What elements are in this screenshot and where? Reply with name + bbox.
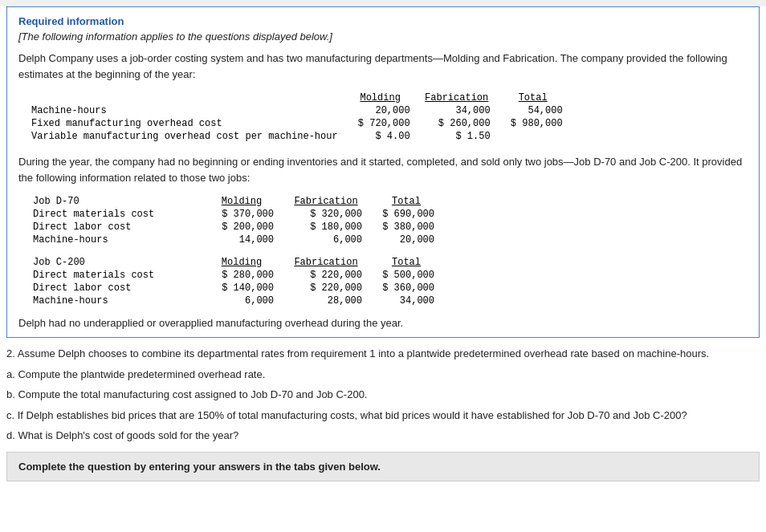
est-row3-molding: $ 4.00 xyxy=(344,130,417,143)
est-row1-total: 54,000 xyxy=(497,104,569,117)
bottom-section: 2. Assume Delph chooses to combine its d… xyxy=(6,346,760,481)
c200-row3-label: Machine-hours xyxy=(25,294,202,307)
est-row2-total: $ 980,000 xyxy=(497,117,569,130)
job-d70-molding-header: Molding xyxy=(202,195,282,208)
subtitle-text: [The following information applies to th… xyxy=(18,30,748,43)
c200-row3-total: 34,000 xyxy=(370,294,442,307)
d70-row3-molding: 14,000 xyxy=(202,234,282,246)
est-row1-label: Machine-hours xyxy=(25,104,344,117)
page-container: Required information [The following info… xyxy=(0,6,766,532)
part-b: b. Compute the total manufacturing cost … xyxy=(6,387,760,403)
required-info-box: Required information [The following info… xyxy=(6,6,760,338)
c200-row1-fab: $ 220,000 xyxy=(282,269,370,282)
est-row2-fab: $ 260,000 xyxy=(417,117,497,130)
q-text: Assume Delph chooses to combine its depa… xyxy=(18,347,709,359)
complete-box: Complete the question by entering your a… xyxy=(6,452,760,481)
job-c200-molding-header: Molding xyxy=(202,256,282,269)
d70-row1-label: Direct materials cost xyxy=(25,208,202,221)
est-row3-total xyxy=(497,130,569,143)
est-row3-fab: $ 1.50 xyxy=(417,130,497,143)
est-row1-fab: 34,000 xyxy=(417,104,497,117)
c200-row3-molding: 6,000 xyxy=(202,294,282,307)
job-d70-title: Job D-70 xyxy=(25,195,202,208)
q-number: 2. xyxy=(6,347,18,359)
est-row2-molding: $ 720,000 xyxy=(344,117,417,130)
job-c200-fab-header: Fabrication xyxy=(282,256,370,269)
job-d70-table-wrapper: Job D-70 Molding Fabrication Total Direc… xyxy=(18,195,748,246)
d70-row2-molding: $ 200,000 xyxy=(202,221,282,234)
estimates-table: Molding Fabrication Total Machine-hours … xyxy=(25,91,748,143)
fabrication-header: Fabrication xyxy=(417,91,497,104)
d70-row3-fab: 6,000 xyxy=(282,234,370,246)
total-header: Total xyxy=(497,91,569,104)
c200-row2-label: Direct labor cost xyxy=(25,282,202,294)
d70-row3-total: 20,000 xyxy=(370,234,442,246)
intro-text: Delph Company uses a job-order costing s… xyxy=(18,51,748,82)
c200-row1-label: Direct materials cost xyxy=(25,269,202,282)
required-info-title: Required information xyxy=(18,15,748,27)
job-d70-total-header: Total xyxy=(370,195,442,208)
d70-row1-fab: $ 320,000 xyxy=(282,208,370,221)
d70-row1-total: $ 690,000 xyxy=(370,208,442,221)
c200-row1-total: $ 500,000 xyxy=(370,269,442,282)
c200-row2-molding: $ 140,000 xyxy=(202,282,282,294)
c200-row2-total: $ 360,000 xyxy=(370,282,442,294)
job-d70-fab-header: Fabrication xyxy=(282,195,370,208)
c200-row3-fab: 28,000 xyxy=(282,294,370,307)
no-overhead-text: Delph had no underapplied or overapplied… xyxy=(18,317,748,329)
est-row1-molding: 20,000 xyxy=(344,104,417,117)
molding-header: Molding xyxy=(344,91,417,104)
c200-row2-fab: $ 220,000 xyxy=(282,282,370,294)
job-c200-title: Job C-200 xyxy=(25,256,202,269)
est-row2-label: Fixed manufacturing overhead cost xyxy=(25,117,344,130)
job-c200-total-header: Total xyxy=(370,256,442,269)
d70-row2-total: $ 380,000 xyxy=(370,221,442,234)
complete-box-text: Complete the question by entering your a… xyxy=(18,461,381,473)
d70-row3-label: Machine-hours xyxy=(25,234,202,246)
d70-row1-molding: $ 370,000 xyxy=(202,208,282,221)
d70-row2-fab: $ 180,000 xyxy=(282,221,370,234)
part-a: a. Compute the plantwide predetermined o… xyxy=(6,367,760,383)
est-row3-label: Variable manufacturing overhead cost per… xyxy=(25,130,344,143)
part-c: c. If Delph establishes bid prices that … xyxy=(6,408,760,424)
part-d: d. What is Delph's cost of goods sold fo… xyxy=(6,428,760,444)
job-c200-table-wrapper: Job C-200 Molding Fabrication Total Dire… xyxy=(18,256,748,307)
question-number-text: 2. Assume Delph chooses to combine its d… xyxy=(6,346,760,362)
c200-row1-molding: $ 280,000 xyxy=(202,269,282,282)
mid-text: During the year, the company had no begi… xyxy=(18,154,748,185)
d70-row2-label: Direct labor cost xyxy=(25,221,202,234)
